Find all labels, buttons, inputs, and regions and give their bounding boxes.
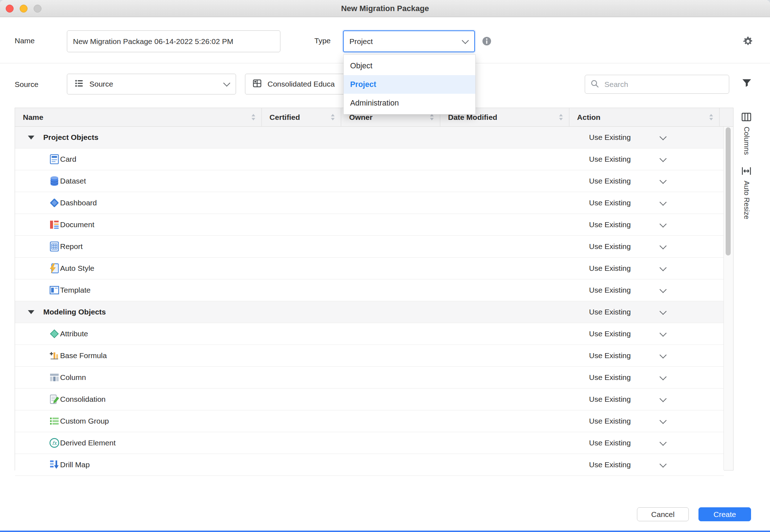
table-row: fx Derived Element Use Existing bbox=[15, 432, 724, 454]
source-label: Source bbox=[15, 80, 39, 89]
attribute-icon bbox=[49, 328, 60, 339]
zoom-button-disabled bbox=[34, 5, 41, 13]
chevron-down-icon bbox=[462, 37, 469, 44]
row-name: Report bbox=[60, 242, 83, 251]
search-box bbox=[585, 75, 729, 94]
search-input[interactable] bbox=[604, 80, 724, 89]
action-dropdown[interactable]: Use Existing bbox=[573, 148, 724, 170]
action-value: Use Existing bbox=[589, 330, 631, 338]
chevron-down-icon bbox=[659, 308, 667, 315]
custom-group-icon bbox=[49, 416, 60, 426]
action-dropdown[interactable]: Use Existing bbox=[573, 389, 724, 410]
source-list-icon bbox=[74, 79, 84, 90]
header-name[interactable]: Name bbox=[15, 108, 262, 126]
action-value: Use Existing bbox=[589, 351, 631, 360]
action-dropdown[interactable]: Use Existing bbox=[573, 301, 724, 323]
chevron-down-icon bbox=[659, 199, 667, 206]
document-icon bbox=[49, 219, 60, 230]
filter-icon[interactable] bbox=[741, 78, 752, 90]
collapse-triangle-icon[interactable] bbox=[28, 136, 34, 140]
table-row: Drill Map Use Existing bbox=[15, 454, 724, 476]
type-dropdown-menu: Object Project Administration bbox=[343, 54, 476, 114]
migration-dialog: New Migration Package Name Type Project … bbox=[0, 0, 770, 532]
row-name: Drill Map bbox=[60, 460, 90, 469]
action-dropdown[interactable]: Use Existing bbox=[573, 345, 724, 366]
chevron-down-icon bbox=[659, 373, 667, 380]
action-value: Use Existing bbox=[589, 155, 631, 163]
window-title: New Migration Package bbox=[0, 0, 770, 17]
columns-label: Columns bbox=[742, 127, 751, 155]
menu-item-project[interactable]: Project bbox=[344, 75, 475, 94]
menu-item-object[interactable]: Object bbox=[344, 57, 475, 75]
header-action[interactable]: Action bbox=[569, 108, 720, 126]
chevron-down-icon bbox=[659, 460, 667, 468]
menu-item-administration[interactable]: Administration bbox=[344, 94, 475, 112]
action-value: Use Existing bbox=[589, 177, 631, 185]
action-dropdown[interactable]: Use Existing bbox=[573, 214, 724, 235]
chevron-down-icon bbox=[659, 242, 667, 249]
action-dropdown[interactable]: Use Existing bbox=[573, 258, 724, 279]
info-icon[interactable] bbox=[482, 36, 492, 48]
action-dropdown[interactable]: Use Existing bbox=[573, 192, 724, 214]
cancel-button[interactable]: Cancel bbox=[637, 507, 689, 521]
type-label: Type bbox=[314, 36, 331, 45]
sort-icon bbox=[330, 113, 335, 121]
close-button[interactable] bbox=[6, 5, 14, 13]
table-row: Custom Group Use Existing bbox=[15, 410, 724, 432]
action-value: Use Existing bbox=[589, 286, 631, 294]
auto-resize-tool[interactable]: Auto Resize bbox=[741, 166, 752, 219]
minimize-button[interactable] bbox=[20, 5, 28, 13]
action-value: Use Existing bbox=[589, 308, 631, 316]
source-select[interactable]: Source bbox=[67, 74, 236, 94]
row-name: Document bbox=[60, 220, 94, 229]
sort-icon bbox=[709, 113, 713, 121]
row-name: Card bbox=[60, 155, 77, 163]
action-dropdown[interactable]: Use Existing bbox=[573, 367, 724, 388]
name-input[interactable] bbox=[67, 30, 280, 52]
table-row: Document Use Existing bbox=[15, 214, 724, 236]
action-dropdown[interactable]: Use Existing bbox=[573, 279, 724, 301]
row-name: Attribute bbox=[60, 330, 88, 338]
action-dropdown[interactable]: Use Existing bbox=[573, 432, 724, 454]
object-table: Name Certified Owner Date Modified Actio… bbox=[15, 108, 734, 470]
action-dropdown[interactable]: Use Existing bbox=[573, 236, 724, 257]
table-row: Template Use Existing bbox=[15, 279, 724, 301]
row-name: Auto Style bbox=[60, 264, 94, 273]
bottom-accent-strip bbox=[0, 531, 770, 532]
type-select[interactable]: Project bbox=[343, 30, 475, 52]
header-certified[interactable]: Certified bbox=[262, 108, 342, 126]
chevron-down-icon bbox=[659, 286, 667, 293]
svg-text:fx: fx bbox=[52, 440, 57, 446]
consolidation-icon bbox=[49, 394, 60, 405]
table-scrollbar[interactable] bbox=[724, 127, 733, 470]
action-dropdown[interactable]: Use Existing bbox=[573, 454, 724, 475]
action-value: Use Existing bbox=[589, 417, 631, 425]
table-row: Consolidation Use Existing bbox=[15, 389, 724, 410]
action-dropdown[interactable]: Use Existing bbox=[573, 127, 724, 148]
scrollbar-thumb[interactable] bbox=[726, 127, 731, 255]
action-dropdown[interactable]: Use Existing bbox=[573, 410, 724, 432]
project-grid-icon bbox=[252, 79, 262, 90]
chevron-down-icon bbox=[659, 155, 667, 162]
create-button[interactable]: Create bbox=[698, 507, 751, 521]
columns-icon bbox=[741, 112, 752, 124]
collapse-triangle-icon[interactable] bbox=[28, 310, 34, 314]
titlebar: New Migration Package bbox=[0, 0, 770, 17]
chevron-down-icon bbox=[659, 417, 667, 424]
action-value: Use Existing bbox=[589, 199, 631, 207]
action-dropdown[interactable]: Use Existing bbox=[573, 170, 724, 192]
row-name: Column bbox=[60, 373, 86, 382]
table-row: Base Formula Use Existing bbox=[15, 345, 724, 367]
table-row: Auto Style Use Existing bbox=[15, 258, 724, 279]
settings-gear-icon[interactable] bbox=[742, 36, 754, 48]
action-dropdown[interactable]: Use Existing bbox=[573, 323, 724, 345]
chevron-down-icon bbox=[659, 351, 667, 358]
row-name: Consolidation bbox=[60, 395, 106, 404]
name-label: Name bbox=[15, 36, 35, 45]
table-side-tools: Columns Auto Resize bbox=[736, 112, 757, 219]
chevron-down-icon bbox=[659, 220, 667, 228]
table-row: Card Use Existing bbox=[15, 148, 724, 170]
columns-tool[interactable]: Columns bbox=[741, 112, 752, 155]
action-value: Use Existing bbox=[589, 264, 631, 273]
row-name: Dataset bbox=[60, 177, 86, 185]
